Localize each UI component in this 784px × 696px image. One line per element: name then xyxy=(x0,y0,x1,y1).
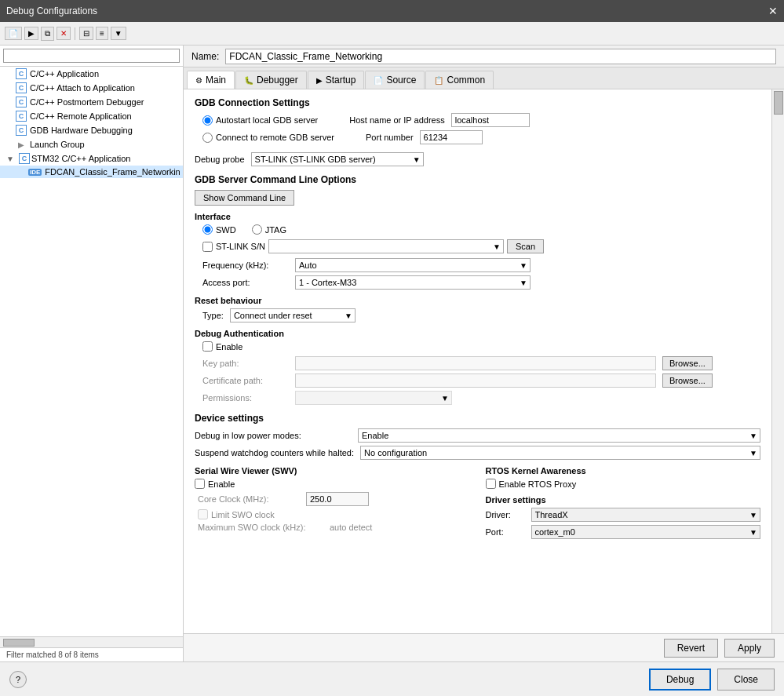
device-settings-section: Device settings Debug in low power modes… xyxy=(195,413,760,460)
tab-startup[interactable]: ▶ Startup xyxy=(308,71,365,89)
rtos-enable-checkbox[interactable] xyxy=(486,479,496,489)
stlink-sn-select[interactable] xyxy=(268,239,504,253)
debug-probe-label: Debug probe xyxy=(195,155,245,164)
tree-item-launch-group[interactable]: ▶ Launch Group xyxy=(0,137,183,151)
swv-enable-label[interactable]: Enable xyxy=(208,479,235,489)
low-power-select[interactable]: Enable xyxy=(358,428,760,443)
filter-status: Filter matched 8 of 8 items xyxy=(6,650,99,659)
tab-debugger[interactable]: 🐛 Debugger xyxy=(235,71,307,89)
tree-section-stm32[interactable]: ▼ C STM32 C/C++ Application xyxy=(0,151,183,166)
tab-common[interactable]: 📋 Common xyxy=(425,71,494,89)
gdb-server-section: GDB Server Command Line Options Show Com… xyxy=(195,174,760,405)
swv-rtos-section: Serial Wire Viewer (SWV) Enable Core Clo… xyxy=(195,466,760,539)
startup-tab-icon: ▶ xyxy=(316,76,323,85)
swv-enable-checkbox[interactable] xyxy=(195,479,205,489)
c-icon: C xyxy=(16,82,27,93)
reset-section: Reset behaviour Type: Connect under rese… xyxy=(195,296,760,322)
watchdog-select[interactable]: No configuration xyxy=(360,446,760,460)
swd-label[interactable]: SWD xyxy=(216,225,236,235)
v-scrollbar[interactable] xyxy=(771,89,784,633)
gdb-connection-section: GDB Connection Settings Autostart local … xyxy=(195,97,760,144)
play-icon: ▶ xyxy=(16,139,27,150)
v-scroll-thumb[interactable] xyxy=(774,91,783,115)
stlink-sn-label[interactable]: ST-LINK S/N xyxy=(216,242,265,251)
tree-item-fdcan[interactable]: IDE FDCAN_Classic_Frame_Networkin xyxy=(0,166,183,178)
delete-btn[interactable]: ✕ xyxy=(57,27,71,40)
cert-path-input[interactable] xyxy=(295,374,656,388)
tab-debugger-label: Debugger xyxy=(257,75,298,86)
enable-auth-label[interactable]: Enable xyxy=(216,342,242,352)
connect-remote-radio[interactable] xyxy=(202,133,213,143)
reset-type-label: Type: xyxy=(202,311,224,320)
duplicate-btn[interactable]: ⧉ xyxy=(41,27,54,41)
h-scrollbar[interactable] xyxy=(0,636,183,647)
rtos-enable-label[interactable]: Enable RTOS Proxy xyxy=(499,479,577,489)
new-config-btn[interactable]: 📄 xyxy=(5,27,22,40)
access-port-select[interactable]: 1 - Cortex-M33 xyxy=(295,275,531,290)
revert-btn[interactable]: Revert xyxy=(664,639,718,658)
main-tab-icon: ⚙ xyxy=(195,76,202,85)
connect-remote-label[interactable]: Connect to remote GDB server xyxy=(216,133,334,142)
gdb-connection-title: GDB Connection Settings xyxy=(195,97,760,108)
low-power-label: Debug in low power modes: xyxy=(195,431,352,440)
stlink-sn-checkbox[interactable] xyxy=(202,242,213,252)
tree-item-gdb-hw[interactable]: C GDB Hardware Debugging xyxy=(0,123,183,137)
cert-browse-btn[interactable]: Browse... xyxy=(662,374,713,388)
key-browse-btn[interactable]: Browse... xyxy=(662,356,713,370)
driver-select[interactable]: ThreadX xyxy=(531,508,761,522)
driver-label: Driver: xyxy=(486,510,525,519)
autostart-label[interactable]: Autostart local GDB server xyxy=(216,115,318,125)
source-tab-icon: 📄 xyxy=(374,76,383,85)
c-icon: C xyxy=(16,125,27,136)
tab-source-label: Source xyxy=(386,75,416,86)
debug-btn[interactable]: Debug xyxy=(649,669,711,691)
c-icon: C xyxy=(16,68,27,79)
search-input[interactable] xyxy=(3,49,180,63)
tab-main[interactable]: ⚙ Main xyxy=(187,71,235,89)
content-area: GDB Connection Settings Autostart local … xyxy=(184,89,771,633)
debugger-tab-icon: 🐛 xyxy=(244,76,253,85)
tree-item-label: C/C++ Attach to Application xyxy=(30,83,135,93)
tree-area: C C/C++ Application C C/C++ Attach to Ap… xyxy=(0,67,183,636)
enable-auth-checkbox[interactable] xyxy=(202,341,213,352)
close-btn[interactable]: Close xyxy=(717,669,775,691)
help-btn[interactable]: ? xyxy=(9,671,27,688)
autostart-radio[interactable] xyxy=(202,115,213,126)
filter-btn[interactable]: ▼ xyxy=(111,27,126,40)
tree-item-label: C/C++ Application xyxy=(30,69,99,78)
expand-arrow-icon: ▼ xyxy=(6,155,14,163)
tree-item-cpp-postmortem[interactable]: C C/C++ Postmortem Debugger xyxy=(0,95,183,109)
port2-select[interactable]: cortex_m0 xyxy=(531,525,761,539)
window-close[interactable]: ✕ xyxy=(768,5,778,17)
frequency-select[interactable]: Auto xyxy=(295,258,531,272)
tree-item-cpp-attach[interactable]: C C/C++ Attach to Application xyxy=(0,81,183,95)
hostname-input[interactable] xyxy=(451,113,530,127)
permissions-select[interactable] xyxy=(295,391,452,405)
expand-btn[interactable]: ≡ xyxy=(96,27,108,40)
collapse-btn[interactable]: ⊟ xyxy=(79,27,93,40)
tree-item-label: STM32 C/C++ Application xyxy=(31,154,131,163)
tree-item-cpp-app[interactable]: C C/C++ Application xyxy=(0,67,183,81)
name-label: Name: xyxy=(191,51,219,62)
debug-probe-select[interactable]: ST-LINK (ST-LINK GDB server) xyxy=(251,152,424,166)
core-clock-input[interactable] xyxy=(306,492,369,506)
tree-item-label: C/C++ Remote Application xyxy=(30,111,132,121)
jtag-label[interactable]: JTAG xyxy=(265,225,286,235)
limit-swo-checkbox[interactable] xyxy=(198,509,208,519)
access-port-label: Access port: xyxy=(202,278,289,287)
debug-auth-title: Debug Authentication xyxy=(195,329,760,338)
jtag-radio[interactable] xyxy=(252,224,262,235)
gdb-server-title: GDB Server Command Line Options xyxy=(195,174,760,185)
scan-btn[interactable]: Scan xyxy=(507,239,544,253)
reset-type-select[interactable]: Connect under reset xyxy=(230,308,356,322)
tab-source[interactable]: 📄 Source xyxy=(365,71,425,89)
tree-item-cpp-remote[interactable]: C C/C++ Remote Application xyxy=(0,109,183,123)
show-command-line-btn[interactable]: Show Command Line xyxy=(195,190,294,206)
apply-btn[interactable]: Apply xyxy=(724,639,775,658)
swd-radio[interactable] xyxy=(202,224,213,235)
port-input[interactable] xyxy=(420,130,483,144)
config-name-input[interactable] xyxy=(225,49,776,64)
new-launch-btn[interactable]: ▶ xyxy=(24,27,38,40)
scroll-handle[interactable] xyxy=(3,639,35,647)
key-path-input[interactable] xyxy=(295,356,656,370)
